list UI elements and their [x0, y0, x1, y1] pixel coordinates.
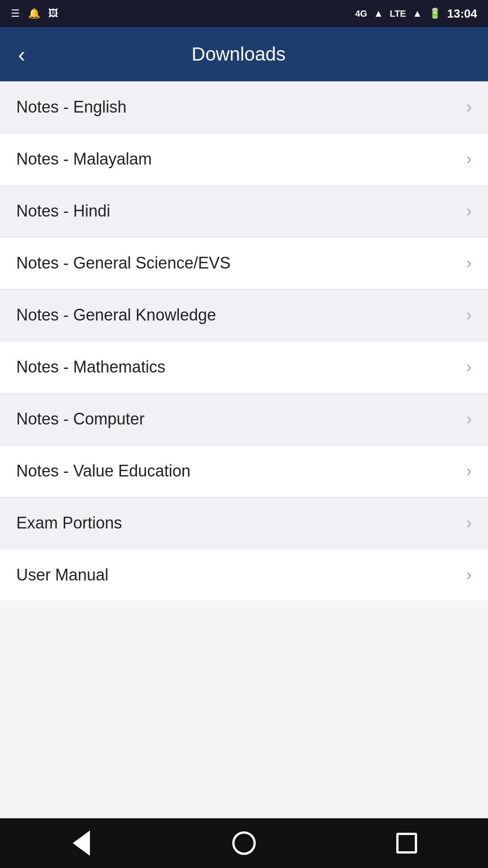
nav-back-button[interactable] — [59, 827, 104, 859]
nav-home-button[interactable] — [221, 827, 267, 859]
list-item-label: Notes - Computer — [16, 410, 145, 429]
time-display: 13:04 — [447, 7, 478, 21]
list-item-label: Notes - English — [16, 98, 127, 117]
menu-icon: ☰ — [11, 8, 20, 19]
list-item[interactable]: Notes - General Science/EVS› — [0, 237, 488, 289]
status-bar: ☰ 🔔 🖼 4G ▲ LTE ▲ 🔋 13:04 — [0, 0, 488, 27]
signal-icon-2: ▲ — [413, 8, 422, 19]
list-item[interactable]: Notes - General Knowledge› — [0, 289, 488, 341]
nav-home-icon — [232, 831, 256, 855]
list-item-label: Notes - Malayalam — [16, 150, 152, 169]
back-chevron-icon: ‹ — [18, 42, 25, 67]
bottom-navigation — [0, 818, 488, 868]
chevron-right-icon: › — [466, 462, 472, 481]
list-item[interactable]: Notes - Mathematics› — [0, 341, 488, 393]
signal-icon: ▲ — [374, 8, 384, 19]
list-item[interactable]: Notes - Hindi› — [0, 185, 488, 237]
network-lte: LTE — [389, 9, 406, 19]
list-item-label: User Manual — [16, 566, 108, 585]
header: ‹ Downloads — [0, 27, 488, 81]
list-item[interactable]: Notes - English› — [0, 81, 488, 133]
list-item-label: Notes - Value Education — [16, 462, 191, 481]
list-item[interactable]: Notes - Malayalam› — [0, 133, 488, 185]
notification-icon: 🔔 — [28, 8, 40, 19]
list-item-label: Notes - Mathematics — [16, 358, 165, 377]
battery-icon: 🔋 — [429, 8, 441, 19]
list-item[interactable]: Notes - Value Education› — [0, 445, 488, 497]
page-title: Downloads — [30, 43, 447, 65]
list-item-label: Notes - General Knowledge — [16, 306, 216, 325]
nav-back-icon — [73, 830, 90, 856]
network-4g: 4G — [355, 9, 367, 19]
list-item[interactable]: User Manual› — [0, 549, 488, 601]
status-bar-left: ☰ 🔔 🖼 — [11, 8, 58, 19]
chevron-right-icon: › — [466, 358, 472, 377]
chevron-right-icon: › — [466, 566, 472, 585]
chevron-right-icon: › — [466, 98, 472, 117]
chevron-right-icon: › — [466, 254, 472, 273]
list-item[interactable]: Notes - Computer› — [0, 393, 488, 445]
list-item[interactable]: Exam Portions› — [0, 497, 488, 549]
back-button[interactable]: ‹ — [14, 38, 30, 71]
image-icon: 🖼 — [48, 8, 58, 19]
chevron-right-icon: › — [466, 202, 472, 221]
chevron-right-icon: › — [466, 410, 472, 429]
list-item-label: Notes - General Science/EVS — [16, 254, 230, 273]
nav-recent-icon — [396, 833, 417, 854]
list-item-label: Notes - Hindi — [16, 202, 110, 221]
chevron-right-icon: › — [466, 514, 472, 533]
status-bar-right: 4G ▲ LTE ▲ 🔋 13:04 — [355, 7, 477, 21]
list-item-label: Exam Portions — [16, 514, 122, 533]
downloads-list: Notes - English›Notes - Malayalam›Notes … — [0, 81, 488, 818]
chevron-right-icon: › — [466, 150, 472, 169]
nav-recent-button[interactable] — [384, 827, 429, 859]
chevron-right-icon: › — [466, 306, 472, 325]
